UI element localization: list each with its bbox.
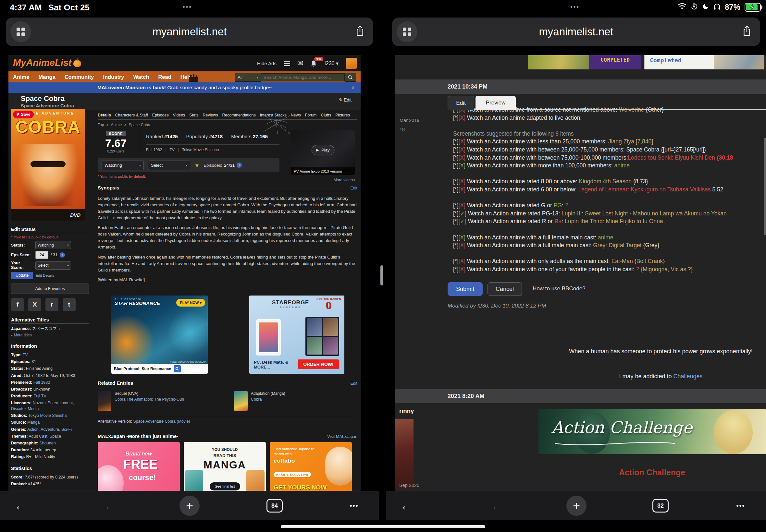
x-twitter-icon[interactable]: X <box>28 298 41 311</box>
forward-icon[interactable]: → <box>99 499 111 513</box>
more-titles-link[interactable]: ▾ More titles <box>11 333 89 337</box>
submit-button[interactable]: Submit <box>448 282 483 296</box>
mal-logo[interactable]: MyAnimeList <box>13 57 81 68</box>
tab-episodes[interactable]: Episodes <box>152 113 169 117</box>
avatar[interactable] <box>395 419 414 489</box>
visit-malxjapan-link[interactable]: Visit MALxJapan <box>327 434 357 439</box>
search-input[interactable] <box>261 73 345 81</box>
update-button[interactable]: Update <box>11 272 33 279</box>
tab-stats[interactable]: Stats <box>189 113 198 117</box>
reddit-icon[interactable]: r <box>45 298 58 311</box>
related-edit-link[interactable]: Edit <box>350 381 357 386</box>
play-now-button[interactable]: PLAY NOW ▾ <box>176 299 205 307</box>
facebook-icon[interactable]: f <box>11 298 24 311</box>
edit-details-link[interactable]: Edit Details <box>35 273 54 277</box>
ad-tile-free-course[interactable]: Brand new FREE course! <box>98 442 180 491</box>
ad-tile-manga-list[interactable]: YOU SHOULD READ THIS MANGA See final lis… <box>184 442 266 491</box>
nav-read[interactable]: Read <box>153 71 176 82</box>
nav-industry[interactable]: Industry <box>98 71 128 82</box>
search-icon[interactable] <box>345 73 356 82</box>
new-tab-icon[interactable]: + <box>179 496 200 516</box>
info-row: Studios: Tokyo Movie Shinsha <box>11 413 89 418</box>
ad-starforge[interactable]: STARFORGE SYSTEMS JUJUTSU KAISEN0 PC, De… <box>249 296 344 374</box>
pinterest-save-button[interactable]: P Save <box>13 111 34 118</box>
tumblr-icon[interactable]: t <box>63 298 76 311</box>
score-select[interactable]: Select ▾ <box>35 261 71 270</box>
ad-star-resonance[interactable]: BLUE PROTOCOL STAR RESONANCE PLAY NOW ▾ … <box>111 296 208 374</box>
maloween-banner[interactable]: MALoween Mansion is back! Grab some cand… <box>8 82 360 93</box>
tabs-icon[interactable]: 32 <box>652 499 669 513</box>
nav-manga[interactable]: Manga <box>34 71 60 82</box>
season-link[interactable]: Fall 1982 <box>146 148 162 152</box>
search-filter-select[interactable]: All ▾ <box>235 73 261 82</box>
user-menu[interactable]: I230 ▾ <box>324 60 338 67</box>
tab-news[interactable]: News <box>291 113 301 117</box>
mail-icon[interactable]: ✉ <box>297 59 303 67</box>
tab-characters-staff[interactable]: Characters & Staff <box>115 113 148 117</box>
username[interactable]: rinny <box>399 407 414 415</box>
edit-link[interactable]: ✎ Edit <box>338 97 351 103</box>
magnifier-icon[interactable] <box>174 365 181 372</box>
tab-details[interactable]: Details <box>98 113 111 117</box>
more-videos-link[interactable]: More videos <box>334 178 355 182</box>
signature-quote: When a human has someone to protect his … <box>557 348 765 355</box>
url-text[interactable]: myanimelist.net <box>6 18 373 46</box>
nav-anime[interactable]: Anime <box>8 71 34 82</box>
synopsis-edit-link[interactable]: Edit <box>350 186 357 190</box>
plus-circle-icon[interactable]: + <box>237 163 242 168</box>
home-indicator[interactable] <box>281 525 485 528</box>
nav-community[interactable]: Community <box>60 71 99 82</box>
close-icon[interactable]: × <box>351 82 355 93</box>
back-icon[interactable]: ← <box>400 499 413 513</box>
back-icon[interactable]: ← <box>14 499 27 513</box>
status-select[interactable]: Watching ▾ <box>35 241 71 249</box>
share-icon[interactable] <box>356 25 364 38</box>
tab-forum[interactable]: Forum <box>305 113 317 117</box>
more-icon[interactable]: ••• <box>349 502 358 510</box>
tab-edit[interactable]: Edit <box>448 96 474 110</box>
tab-recommendations[interactable]: Recommendations <box>222 113 255 117</box>
order-now-button[interactable]: ORDER NOW! <box>298 359 339 369</box>
tabs-icon[interactable]: 84 <box>266 499 283 513</box>
tab-pictures[interactable]: Pictures <box>335 113 350 117</box>
rating-select[interactable]: Select ▾ <box>148 161 190 170</box>
address-bar-right[interactable]: myanimelist.net <box>392 18 760 46</box>
tab-reviews[interactable]: Reviews <box>203 113 218 117</box>
add-to-favorites-button[interactable]: Add to Favorites <box>11 284 89 294</box>
address-bar-left[interactable]: myanimelist.net <box>6 18 373 46</box>
challenges-link[interactable]: Challenges <box>674 373 703 380</box>
plus-circle-icon[interactable]: + <box>60 252 65 258</box>
play-button[interactable]: ▶ Play <box>311 145 334 155</box>
tab-videos[interactable]: Videos <box>173 113 185 117</box>
related-thumbnail[interactable] <box>234 391 248 411</box>
url-text[interactable]: myanimelist.net <box>392 18 760 46</box>
list-icon[interactable] <box>284 61 290 66</box>
see-final-list-button[interactable]: See final list <box>209 482 240 490</box>
type-link[interactable]: TV <box>170 148 175 152</box>
hide-ads-link[interactable]: Hide Ads <box>257 61 276 66</box>
related-thumbnail[interactable] <box>98 391 111 411</box>
ad-tile-merch[interactable]: Find authentic Japanese merch with colla… <box>270 442 352 491</box>
tab-clubs[interactable]: Clubs <box>321 113 331 117</box>
bbcode-line: [*][X] Watch an Action anime adapted to … <box>453 114 766 122</box>
studio-link[interactable]: Tokyo Movie Shinsha <box>182 148 219 152</box>
avatar[interactable] <box>346 58 357 69</box>
cancel-button[interactable]: Cancel <box>488 282 522 296</box>
window-dots-right[interactable]: ••• <box>570 3 580 10</box>
more-icon[interactable]: ••• <box>736 502 745 510</box>
window-dots-left[interactable]: ••• <box>183 3 192 10</box>
cover-art[interactable]: P Save SPACE ADVENTURE COBRA DVD <box>11 109 85 221</box>
bbcode-help-link[interactable]: How to use BBCode? <box>533 285 586 292</box>
eps-seen-input[interactable] <box>35 251 48 259</box>
video-thumbnail[interactable]: ▶ Play PV Anime Expo 2013 version <box>291 130 355 175</box>
bell-icon[interactable]: 99+ <box>310 60 317 67</box>
share-icon[interactable] <box>743 25 751 38</box>
watch-status-select[interactable]: Watching ▾ <box>102 161 144 170</box>
alt-titles-heading: Alternative Titles <box>11 316 89 324</box>
forward-icon[interactable]: → <box>486 499 498 513</box>
new-tab-icon[interactable]: + <box>566 496 587 516</box>
tab-preview[interactable]: Preview <box>476 96 516 110</box>
get-yours-now-cta[interactable]: GET YOURS NOW <box>273 484 326 491</box>
nav-watch[interactable]: Watch <box>129 71 154 82</box>
split-view-divider[interactable] <box>380 265 383 285</box>
